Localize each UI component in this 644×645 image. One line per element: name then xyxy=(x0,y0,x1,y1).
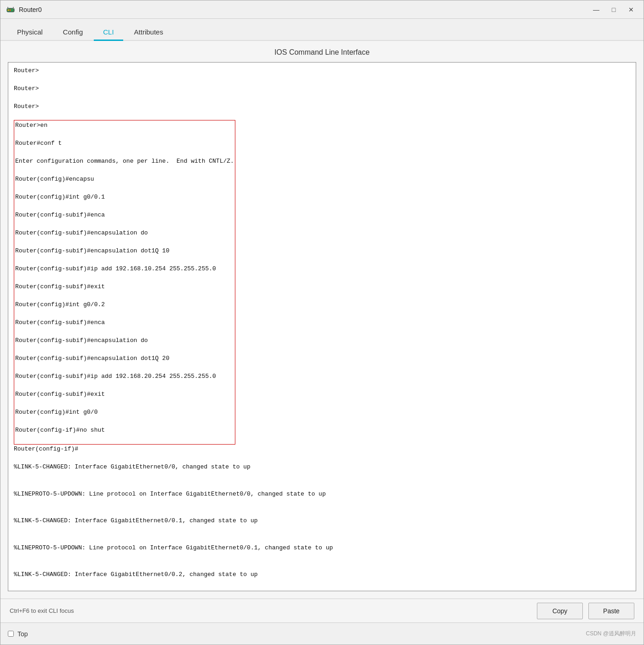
terminal-line: Router(config)#int g0/0 xyxy=(15,408,234,417)
svg-point-2 xyxy=(10,9,11,11)
terminal-wrapper: Router> Router> Router> Router>en Router… xyxy=(8,62,636,591)
terminal-line: %LINEPROTO-5-UPDOWN: Line protocol on In… xyxy=(14,543,630,553)
copy-button[interactable]: Copy xyxy=(537,603,583,619)
terminal-line: Router> xyxy=(14,102,630,111)
terminal-line: Router(config-subif)#exit xyxy=(15,390,234,399)
terminal-line: Router(config-subif)#enca xyxy=(15,211,234,220)
terminal-line: Router(config-subif)#encapsulation dot1Q… xyxy=(15,354,234,363)
terminal-line: Router> xyxy=(14,66,630,75)
terminal-line: Enter configuration commands, one per li… xyxy=(15,157,234,166)
footer-bar: Top CSDN @逍风醉明月 xyxy=(0,622,644,645)
tab-physical[interactable]: Physical xyxy=(8,24,52,41)
svg-rect-4 xyxy=(13,7,14,9)
paste-button[interactable]: Paste xyxy=(588,603,634,619)
action-buttons: Copy Paste xyxy=(537,603,634,619)
tab-cli[interactable]: CLI xyxy=(94,24,123,41)
terminal-line: Router>en xyxy=(15,121,234,130)
terminal-line: Router(config-subif)#ip add 192.168.20.2… xyxy=(15,372,234,381)
terminal-line: %LINK-5-CHANGED: Interface GigabitEthern… xyxy=(14,462,630,472)
tab-attributes[interactable]: Attributes xyxy=(125,24,172,41)
minimize-button[interactable]: — xyxy=(589,4,603,15)
window-title: Router0 xyxy=(19,6,42,13)
terminal-line: Router(config-subif)#encapsulation dot1Q… xyxy=(15,246,234,256)
terminal-line: %LINK-5-CHANGED: Interface GigabitEthern… xyxy=(14,516,630,525)
top-checkbox[interactable] xyxy=(8,631,14,637)
title-bar-left: Router0 xyxy=(6,5,42,14)
close-button[interactable]: ✕ xyxy=(624,4,638,15)
maximize-button[interactable]: □ xyxy=(607,4,621,15)
title-bar-controls: — □ ✕ xyxy=(589,4,638,15)
tab-config[interactable]: Config xyxy=(54,24,92,41)
top-checkbox-area: Top xyxy=(8,630,28,638)
terminal-line: Router(config-if)# xyxy=(14,445,630,454)
terminal-output[interactable]: Router> Router> Router> Router>en Router… xyxy=(8,63,636,591)
cli-hint: Ctrl+F6 to exit CLI focus xyxy=(10,607,74,614)
tab-bar: Physical Config CLI Attributes xyxy=(0,19,644,41)
terminal-line: Router(config-if)#no shut xyxy=(15,426,234,435)
main-window: Router0 — □ ✕ Physical Config CLI Attrib… xyxy=(0,0,644,645)
svg-point-1 xyxy=(8,9,9,11)
top-label: Top xyxy=(17,630,28,638)
terminal-line: %LINEPROTO-5-UPDOWN: Line protocol on In… xyxy=(14,490,630,499)
watermark: CSDN @逍风醉明月 xyxy=(586,630,636,638)
svg-point-3 xyxy=(11,9,13,11)
terminal-line: Router(config-subif)#ip add 192.168.10.2… xyxy=(15,264,234,274)
svg-rect-5 xyxy=(7,7,8,9)
section-title: IOS Command Line Interface xyxy=(8,48,636,57)
terminal-line: Router(config)#encapsu xyxy=(15,175,234,184)
terminal-line: Router(config)#int g0/0.1 xyxy=(15,193,234,202)
terminal-line: %LINK-5-CHANGED: Interface GigabitEthern… xyxy=(14,570,630,579)
router-icon xyxy=(6,5,15,14)
terminal-line: Router(config-subif)#encapsulation do xyxy=(15,336,234,345)
red-block-1: Router>en Router#conf t Enter configurat… xyxy=(14,120,235,445)
terminal-line: Router(config-subif)#exit xyxy=(15,282,234,291)
title-bar: Router0 — □ ✕ xyxy=(0,0,644,19)
terminal-line: Router(config-subif)#enca xyxy=(15,318,234,327)
terminal-line: Router> xyxy=(14,84,630,93)
terminal-line: Router#conf t xyxy=(15,139,234,148)
terminal-line: Router(config)#int g0/0.2 xyxy=(15,300,234,309)
bottom-bar: Ctrl+F6 to exit CLI focus Copy Paste xyxy=(0,599,644,622)
terminal-line: Router(config-subif)#encapsulation do xyxy=(15,228,234,238)
content-area: IOS Command Line Interface Router> Route… xyxy=(0,41,644,599)
